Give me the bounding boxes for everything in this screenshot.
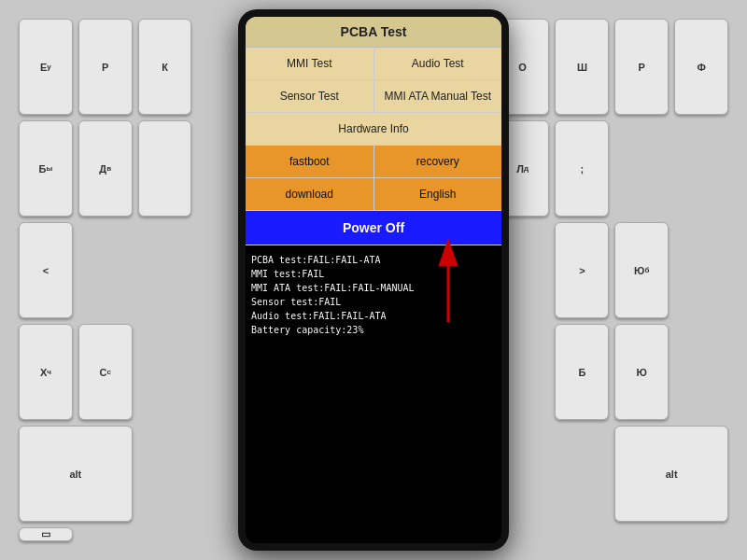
key-f[interactable]: Ф [674,19,728,115]
log-line-3: MMI ATA test:FAIL:FAIL-MANUAL [251,281,496,295]
english-button[interactable]: English [374,178,502,210]
key-alt-right[interactable]: alt [614,426,728,522]
menu-row-2: Sensor Test MMI ATA Manual Test [246,80,501,113]
key-e[interactable]: Еу [19,19,73,115]
audio-test-button[interactable]: Audio Test [374,48,502,79]
power-off-button[interactable]: Power Off [246,211,501,245]
key-sp30 [138,426,192,522]
key-sp12 [674,120,728,217]
key-sp14 [138,222,192,318]
mmi-test-button[interactable]: MMI Test [246,48,374,79]
key-chevright[interactable]: > [555,222,609,318]
key-io[interactable]: Ю [614,324,669,420]
key-alt-left[interactable]: alt [19,426,133,522]
menu-row-4: fastboot recovery [246,146,501,178]
key-r[interactable]: Р [78,19,133,115]
menu-row-power: Power Off [246,211,501,245]
pcba-title: PCBA Test [246,17,501,48]
menu-section: PCBA Test MMI Test Audio Test Sensor Tes… [246,17,501,245]
mmi-ata-button[interactable]: MMI ATA Manual Test [374,80,502,112]
menu-row-3: Hardware Info [246,113,501,146]
key-sp21 [674,222,728,318]
key-c[interactable]: Сс [78,324,133,420]
key-b2[interactable]: Б [555,324,609,420]
key-sp22 [138,324,192,420]
key-sp13 [78,222,133,318]
key-sp11 [614,120,669,217]
log-line-4: Sensor test:FAIL [251,295,496,309]
download-button[interactable]: download [246,178,374,210]
key-d[interactable]: Дв [78,120,133,217]
recovery-button[interactable]: recovery [374,146,502,177]
phone-device: PCBA Test MMI Test Audio Test Sensor Tes… [238,9,509,551]
sensor-test-button[interactable]: Sensor Test [246,80,374,112]
key-sp37 [555,426,609,522]
log-line-1: PCBA test:FAIL:FAIL-ATA [251,253,496,267]
key-v[interactable] [138,120,192,217]
key-semicol[interactable]: ; [555,120,609,217]
key-sp29 [674,324,728,420]
log-line-5: Audio test:FAIL:FAIL-ATA [251,309,496,323]
log-line-2: MMI test:FAIL [251,267,496,281]
key-x[interactable]: Хч [19,324,73,420]
menu-row-5: download English [246,178,501,211]
hardware-info-button[interactable]: Hardware Info [246,113,501,145]
phone-screen: PCBA Test MMI Test Audio Test Sensor Tes… [246,17,501,543]
key-b[interactable]: Бы [19,120,73,217]
key-sh[interactable]: Ш [555,19,609,115]
key-rect[interactable]: ▭ [19,527,73,541]
log-line-6: Battery capacity:23% [251,323,496,337]
key-chevleft[interactable]: < [19,222,73,318]
log-section: PCBA test:FAIL:FAIL-ATA MMI test:FAIL MM… [246,245,501,543]
key-yu[interactable]: Юб [614,222,669,318]
fastboot-button[interactable]: fastboot [246,146,374,177]
key-r2[interactable]: Р [614,19,669,115]
menu-row-1: MMI Test Audio Test [246,48,501,80]
key-k[interactable]: К [138,19,192,115]
